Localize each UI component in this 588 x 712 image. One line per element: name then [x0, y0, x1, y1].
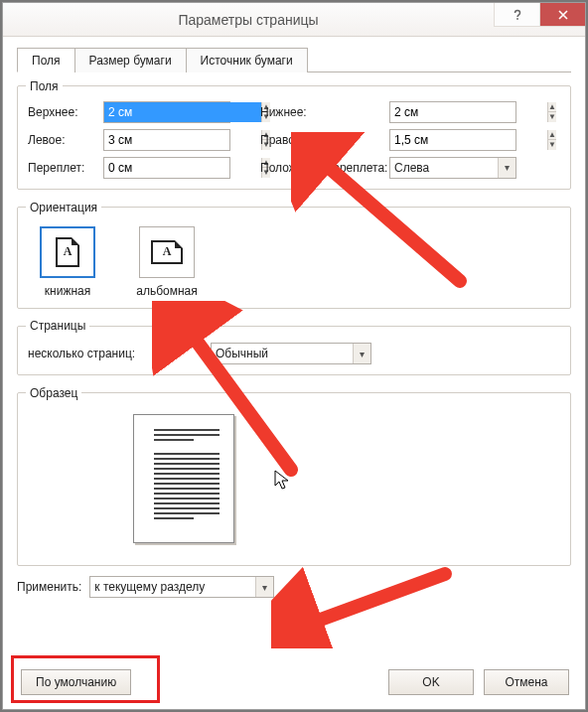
group-orientation-title: Ориентация	[26, 200, 101, 214]
field-left-margin[interactable]	[104, 130, 261, 150]
field-right-margin[interactable]	[390, 130, 547, 150]
label-apply-to: Применить:	[17, 580, 81, 594]
option-landscape[interactable]: A альбомная	[127, 226, 207, 298]
group-pages-title: Страницы	[26, 319, 89, 334]
group-pages: Страницы несколько страниц: Обычный ▾	[17, 319, 571, 376]
field-gutter[interactable]	[104, 158, 261, 178]
chevron-down-icon[interactable]: ▾	[353, 344, 370, 363]
group-preview-title: Образец	[26, 385, 81, 400]
close-button[interactable]	[539, 3, 585, 27]
label-portrait: книжная	[28, 284, 107, 298]
input-bottom-margin[interactable]: ▲▼	[389, 101, 516, 123]
tab-margins[interactable]: Поля	[17, 48, 75, 72]
preview-page	[133, 414, 234, 543]
label-gutter: Переплет:	[28, 161, 103, 175]
group-margins-title: Поля	[26, 78, 63, 93]
title-bar[interactable]: Параметры страницы	[3, 3, 585, 37]
portrait-icon: A	[56, 237, 79, 267]
svg-point-0	[516, 18, 518, 20]
help-icon	[511, 8, 524, 22]
field-bottom-margin[interactable]	[390, 102, 547, 122]
input-left-margin[interactable]: ▲▼	[103, 129, 230, 151]
apply-row: Применить: к текущему разделу ▾	[17, 576, 571, 598]
field-top-margin[interactable]	[104, 102, 261, 122]
label-left-margin: Левое:	[28, 133, 103, 147]
chevron-down-icon[interactable]: ▾	[255, 577, 273, 597]
cancel-button[interactable]: Отмена	[484, 669, 569, 695]
help-button[interactable]	[494, 3, 539, 27]
label-top-margin: Верхнее:	[28, 105, 103, 119]
chevron-down-icon[interactable]: ▾	[498, 158, 515, 178]
combo-apply-to[interactable]: к текущему разделу ▾	[89, 576, 274, 598]
input-gutter[interactable]: ▲▼	[103, 157, 230, 179]
spinner-icon[interactable]: ▲▼	[547, 130, 556, 150]
window-title: Параметры страницы	[3, 12, 494, 28]
group-orientation: Ориентация A книжная A альбомная	[17, 200, 571, 309]
landscape-icon: A	[151, 240, 183, 264]
tab-paper-source[interactable]: Источник бумаги	[186, 48, 308, 72]
label-gutter-position: Положение переплета:	[260, 161, 389, 175]
client-area: Поля Размер бумаги Источник бумаги Поля …	[3, 37, 585, 709]
set-default-button[interactable]: По умолчанию	[21, 669, 131, 695]
combo-gutter-position[interactable]: Слева ▾	[389, 157, 516, 179]
input-top-margin[interactable]: ▲▼	[103, 101, 230, 123]
label-multiple-pages: несколько страниц:	[28, 347, 203, 360]
ok-button[interactable]: OK	[388, 669, 474, 695]
input-right-margin[interactable]: ▲▼	[389, 129, 516, 151]
label-bottom-margin: Нижнее:	[260, 105, 389, 119]
page-setup-dialog: Параметры страницы Поля Размер бумаги Ис…	[2, 2, 586, 710]
label-landscape: альбомная	[127, 284, 207, 298]
group-preview: Образец	[17, 385, 571, 566]
spinner-icon[interactable]: ▲▼	[547, 102, 556, 122]
group-margins: Поля Верхнее: ▲▼ Нижнее: ▲▼ Левое: ▲▼	[17, 78, 571, 190]
option-portrait[interactable]: A книжная	[28, 226, 107, 298]
label-right-margin: Правое:	[260, 133, 389, 147]
tab-strip: Поля Размер бумаги Источник бумаги	[17, 47, 571, 72]
tab-paper-size[interactable]: Размер бумаги	[74, 48, 187, 72]
combo-multiple-pages[interactable]: Обычный ▾	[211, 343, 371, 364]
close-icon	[557, 9, 569, 21]
